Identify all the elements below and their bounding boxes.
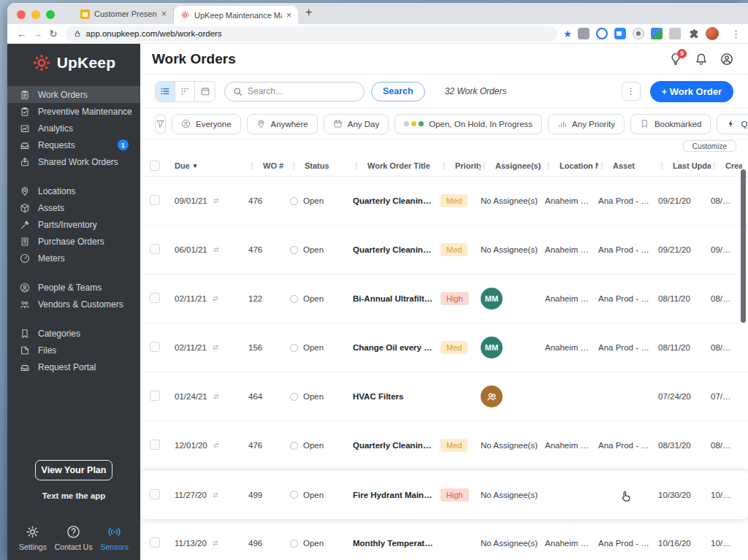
table-row[interactable]: 02/11/21122OpenBi-Annual Ultrafiltrati..… xyxy=(140,275,748,323)
work-order-title[interactable]: Monthly Temperatur... xyxy=(353,539,440,548)
select-all-checkbox[interactable] xyxy=(150,161,160,171)
search-button[interactable]: Search xyxy=(371,82,425,101)
filter-chip-anywhere[interactable]: Anywhere xyxy=(247,114,318,134)
sidebar-item-parts-inventory[interactable]: Parts/Inventory xyxy=(7,216,140,233)
table-row[interactable]: 11/13/20496OpenMonthly Temperatur...No A… xyxy=(140,519,748,560)
assignee-avatar[interactable]: MM xyxy=(481,337,503,358)
sidebar-item-categories[interactable]: Categories xyxy=(7,325,140,342)
row-checkbox[interactable] xyxy=(150,244,160,254)
quick-filters-button[interactable]: Quick Filters xyxy=(717,114,748,134)
sidebar-item-shared-work-orders[interactable]: Shared Work Orders xyxy=(7,153,140,170)
column-header-wo[interactable]: WO # xyxy=(248,161,290,170)
sidebar-item-work-orders[interactable]: Work Orders xyxy=(7,86,140,103)
sidebar-item-preventive-maintenance[interactable]: Preventive Maintenance xyxy=(7,103,140,120)
tips-lightbulb-icon[interactable]: 9 xyxy=(669,53,682,66)
new-tab-button[interactable]: + xyxy=(305,6,312,19)
filter-chip-open-on-hold-in-progress[interactable]: Open, On Hold, In Progress xyxy=(394,114,542,134)
column-header-asset[interactable]: Asset xyxy=(598,161,658,170)
sidebar-item-meters[interactable]: Meters xyxy=(7,250,140,266)
row-checkbox[interactable] xyxy=(150,537,160,548)
tab-close-icon[interactable]: × xyxy=(286,11,291,20)
extensions-puzzle-icon[interactable] xyxy=(687,28,699,39)
column-header-due[interactable]: Due▾ xyxy=(175,161,248,170)
work-order-title[interactable]: Quarterly Cleaning of... xyxy=(353,245,440,254)
table-row[interactable]: 12/01/20476OpenQuarterly Cleaning of...M… xyxy=(140,421,748,470)
column-header-created-on[interactable]: Created On xyxy=(711,161,742,170)
work-order-title[interactable]: Quarterly Cleaning of... xyxy=(353,441,440,450)
back-icon[interactable]: ← xyxy=(14,28,30,39)
sidebar-item-locations[interactable]: Locations xyxy=(7,183,140,199)
column-header-assignee-s[interactable]: Assignee(s) xyxy=(481,161,545,170)
view-your-plan-button[interactable]: View Your Plan xyxy=(35,460,112,480)
table-row[interactable]: 06/01/21476OpenQuarterly Cleaning of...M… xyxy=(140,226,748,275)
row-checkbox[interactable] xyxy=(150,489,160,499)
assignee-group-avatar[interactable] xyxy=(481,386,503,407)
table-scrollbar[interactable] xyxy=(741,169,746,323)
row-checkbox[interactable] xyxy=(150,293,160,303)
filter-funnel-button[interactable] xyxy=(155,114,166,134)
browser-tab-upkeep[interactable]: UpKeep Maintenance Manage × xyxy=(174,6,298,24)
sidebar-item-analytics[interactable]: Analytics xyxy=(7,120,140,137)
browser-profile-avatar[interactable] xyxy=(706,27,719,40)
browser-menu-icon[interactable]: ⋮ xyxy=(731,28,741,39)
row-checkbox[interactable] xyxy=(150,440,160,450)
extension-icon[interactable] xyxy=(596,28,608,39)
list-view-button[interactable] xyxy=(156,82,175,101)
filter-chip-bookmarked[interactable]: Bookmarked xyxy=(630,114,711,134)
column-header-last-updated[interactable]: Last Updated xyxy=(658,161,711,170)
column-header-status[interactable]: Status xyxy=(290,161,353,170)
close-window-button[interactable] xyxy=(17,10,26,19)
calendar-view-button[interactable] xyxy=(195,82,215,101)
sidebar-item-files[interactable]: Files xyxy=(7,342,140,358)
extension-icon[interactable] xyxy=(614,28,626,39)
column-header-work-order-title[interactable]: Work Order Title xyxy=(353,161,440,170)
row-checkbox[interactable] xyxy=(150,195,160,205)
assignee-avatar[interactable]: MM xyxy=(481,288,503,310)
minimize-window-button[interactable] xyxy=(31,10,40,19)
work-order-title[interactable]: Bi-Annual Ultrafiltrati... xyxy=(353,294,440,303)
sidebar-item-requests[interactable]: Requests1 xyxy=(7,137,140,153)
sidebar-item-assets[interactable]: Assets xyxy=(7,199,140,216)
account-icon[interactable] xyxy=(720,53,733,66)
extension-icon[interactable] xyxy=(651,28,663,39)
board-view-button[interactable] xyxy=(175,82,195,101)
search-input[interactable] xyxy=(248,86,356,96)
sidebar-footer-sensors[interactable]: Sensors xyxy=(100,525,129,551)
work-order-title[interactable]: Quarterly Cleaning of... xyxy=(353,196,440,205)
sidebar-footer-contact-us[interactable]: Contact Us xyxy=(55,525,93,551)
column-header-priority[interactable]: Priority xyxy=(440,161,481,170)
table-row[interactable]: 11/27/20499OpenFire Hydrant Mainten...Hi… xyxy=(140,470,748,519)
bookmark-star-icon[interactable]: ★ xyxy=(563,28,572,39)
browser-tab-customer-presentation[interactable]: Customer Presentation - Goog × xyxy=(74,7,174,21)
sidebar-footer-settings[interactable]: Settings xyxy=(19,525,47,551)
column-header-location-nam[interactable]: Location Nam xyxy=(545,161,598,170)
filter-chip-any-day[interactable]: Any Day xyxy=(324,114,389,134)
work-order-title[interactable]: Fire Hydrant Mainten... xyxy=(353,491,440,499)
text-me-the-app-link[interactable]: Text me the app xyxy=(7,491,140,500)
tab-close-icon[interactable]: × xyxy=(161,9,167,18)
table-row[interactable]: 01/24/21464OpenHVAC Filters07/24/2007/24… xyxy=(140,372,748,421)
reload-icon[interactable]: ↻ xyxy=(45,28,61,39)
more-options-button[interactable]: ⋮ xyxy=(622,82,641,101)
forward-icon[interactable]: → xyxy=(30,28,46,39)
url-input[interactable]: app.onupkeep.com/web/work-orders xyxy=(66,26,558,42)
filter-chip-any-priority[interactable]: Any Priority xyxy=(548,114,625,134)
notifications-bell-icon[interactable] xyxy=(695,53,708,66)
table-row[interactable]: 09/01/21476OpenQuarterly Cleaning of...M… xyxy=(140,177,748,226)
sidebar-item-purchase-orders[interactable]: Purchase Orders xyxy=(7,233,140,250)
row-checkbox[interactable] xyxy=(150,342,160,352)
extension-icon[interactable] xyxy=(669,28,681,39)
sidebar-item-vendors-customers[interactable]: Vendors & Customers xyxy=(7,296,140,312)
filter-chip-everyone[interactable]: Everyone xyxy=(172,114,241,134)
work-order-title[interactable]: HVAC Filters xyxy=(353,392,440,401)
customize-button[interactable]: Customize xyxy=(683,140,736,152)
sidebar-item-request-portal[interactable]: Request Portal xyxy=(7,358,140,375)
maximize-window-button[interactable] xyxy=(46,10,55,19)
table-row[interactable]: 02/11/21156OpenChange Oil every 6 M...Me… xyxy=(140,323,748,372)
extension-icon[interactable] xyxy=(633,28,644,39)
new-work-order-button[interactable]: + Work Order xyxy=(650,81,733,102)
row-checkbox[interactable] xyxy=(150,391,160,401)
extension-icon[interactable] xyxy=(578,28,589,39)
sidebar-item-people-teams[interactable]: People & Teams xyxy=(7,279,140,296)
work-order-title[interactable]: Change Oil every 6 M... xyxy=(353,343,440,352)
